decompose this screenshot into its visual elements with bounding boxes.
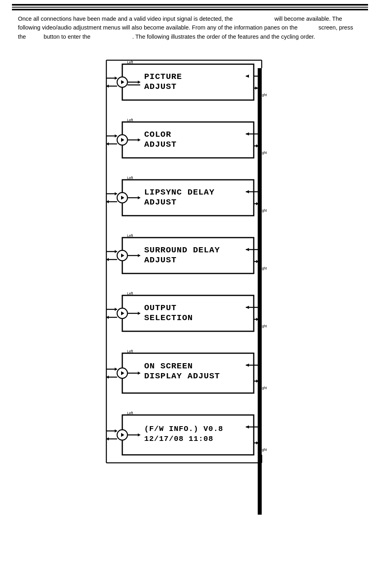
svg-marker-18 xyxy=(115,77,117,80)
svg-text:Left: Left xyxy=(127,411,133,415)
svg-marker-114 xyxy=(115,368,117,371)
svg-text:Right: Right xyxy=(259,448,267,452)
svg-rect-1 xyxy=(122,64,254,100)
svg-text:Right: Right xyxy=(259,151,267,155)
svg-text:ON  SCREEN: ON SCREEN xyxy=(144,362,193,371)
svg-marker-56 xyxy=(115,192,117,195)
svg-text:Right: Right xyxy=(259,93,267,97)
svg-text:Right: Right xyxy=(259,208,267,212)
svg-text:SELECTION: SELECTION xyxy=(144,313,193,323)
svg-text:Left: Left xyxy=(127,234,133,238)
svg-text:ADJUST: ADJUST xyxy=(144,256,177,265)
svg-text:12/17/08  11:08: 12/17/08 11:08 xyxy=(144,435,214,443)
cycle-diagram: Left PICTURE ADJUST Right xyxy=(102,56,278,527)
svg-marker-94 xyxy=(115,308,117,311)
svg-text:Left: Left xyxy=(127,349,133,353)
svg-text:PICTURE: PICTURE xyxy=(144,72,182,81)
svg-text:ADJUST: ADJUST xyxy=(144,198,177,207)
svg-rect-23 xyxy=(122,122,254,158)
svg-rect-61 xyxy=(122,238,254,273)
svg-text:ADJUST: ADJUST xyxy=(144,140,177,149)
svg-text:Left: Left xyxy=(127,291,133,295)
svg-text:Right: Right xyxy=(259,324,267,328)
svg-text:Left: Left xyxy=(127,60,133,64)
svg-rect-42 xyxy=(122,180,254,216)
svg-text:(F/W  INFO.)  V0.8: (F/W INFO.) V0.8 xyxy=(144,425,223,433)
svg-marker-75 xyxy=(115,250,117,253)
svg-marker-37 xyxy=(115,134,117,138)
svg-text:Left: Left xyxy=(127,118,133,122)
svg-text:OUTPUT: OUTPUT xyxy=(144,303,177,313)
svg-text:ADJUST: ADJUST xyxy=(144,82,177,91)
svg-text:DISPLAY  ADJUST: DISPLAY ADJUST xyxy=(144,372,220,381)
description-text: Once all connections have been made and … xyxy=(16,14,364,41)
svg-text:Left: Left xyxy=(127,176,133,180)
svg-marker-133 xyxy=(115,429,117,433)
svg-text:Right: Right xyxy=(259,266,267,270)
svg-text:LIPSYNC  DELAY: LIPSYNC DELAY xyxy=(144,188,215,197)
svg-text:Right: Right xyxy=(259,386,267,390)
svg-text:COLOR: COLOR xyxy=(144,130,171,139)
svg-text:SURROUND  DELAY: SURROUND DELAY xyxy=(144,246,220,255)
